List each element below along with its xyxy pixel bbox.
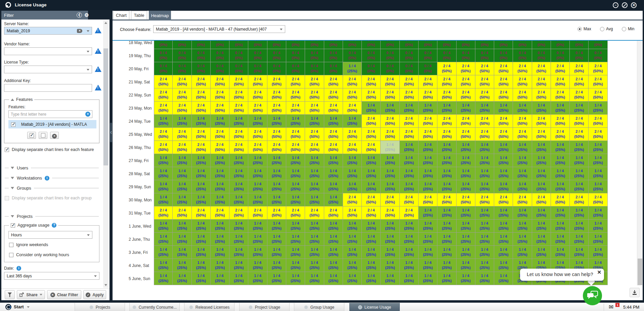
heatmap-cell[interactable]: 1 / 4(25%) bbox=[551, 167, 570, 180]
heatmap-cell[interactable]: 2 / 4(50%) bbox=[419, 75, 437, 88]
heatmap-cell[interactable]: 2 / 4(50%) bbox=[286, 206, 305, 220]
heatmap-cell[interactable]: 1 / 4(25%) bbox=[494, 102, 513, 115]
heatmap-cell[interactable]: 2 / 4(50%) bbox=[457, 193, 475, 206]
heatmap-cell[interactable]: 2 / 4(50%) bbox=[248, 141, 267, 154]
heatmap-cell[interactable]: 1 / 4(25%) bbox=[551, 180, 570, 193]
heatmap-cell[interactable]: 1 / 4(25%) bbox=[381, 246, 399, 259]
heatmap-cell[interactable]: 1 / 4(25%) bbox=[381, 220, 399, 233]
heatmap-cell[interactable]: 1 / 4(25%) bbox=[457, 180, 475, 193]
heatmap-cell[interactable]: 0 / 4(0%) bbox=[248, 62, 267, 75]
heatmap-cell[interactable]: 2 / 4(50%) bbox=[362, 75, 381, 88]
heatmap-cell[interactable]: 2 / 4(50%) bbox=[286, 141, 305, 154]
heatmap-cell[interactable]: 2 / 4(50%) bbox=[192, 75, 211, 88]
heatmap-cell[interactable]: 2 / 4(50%) bbox=[267, 206, 286, 220]
heatmap-cell[interactable]: 1 / 4(25%) bbox=[475, 180, 494, 193]
heatmap-cell[interactable]: 2 / 4(50%) bbox=[343, 141, 362, 154]
tray-mail[interactable]: ✉ 1 bbox=[609, 304, 613, 311]
heatmap-cell[interactable]: 1 / 4(25%) bbox=[154, 115, 173, 128]
heatmap-cell[interactable]: 2 / 4(50%) bbox=[589, 115, 607, 128]
heatmap-cell[interactable]: 1 / 4(25%) bbox=[324, 115, 343, 128]
heatmap-cell[interactable]: 1 / 4(25%) bbox=[532, 102, 551, 115]
heatmap-cell[interactable]: 1 / 4(25%) bbox=[400, 102, 419, 115]
heatmap-cell[interactable]: 1 / 4(25%) bbox=[248, 272, 267, 285]
heatmap-cell[interactable]: 2 / 4(50%) bbox=[570, 62, 589, 75]
heatmap-cell[interactable]: 1 / 4(25%) bbox=[457, 154, 475, 167]
feature-search-input[interactable] bbox=[8, 110, 92, 118]
heatmap-cell[interactable]: 1 / 4(25%) bbox=[173, 115, 191, 128]
heatmap-cell[interactable]: 1 / 4(25%) bbox=[419, 220, 437, 233]
heatmap-cell[interactable]: 1 / 4(25%) bbox=[419, 206, 437, 220]
heatmap-cell[interactable]: 1 / 4(25%) bbox=[173, 272, 191, 285]
heatmap-cell[interactable]: 1 / 4(25%) bbox=[362, 180, 381, 193]
heatmap-cell[interactable]: 1 / 4(25%) bbox=[589, 233, 607, 246]
heatmap-cell[interactable]: 2 / 4(50%) bbox=[362, 141, 381, 154]
heatmap-cell[interactable]: 1 / 4(25%) bbox=[173, 154, 191, 167]
heatmap-cell[interactable]: 1 / 4(25%) bbox=[192, 193, 211, 206]
heatmap-cell[interactable]: 0 / 4(0%) bbox=[437, 41, 456, 49]
taskbar-button-group-usage[interactable]: Group Usage bbox=[294, 303, 344, 311]
heatmap-cell[interactable]: 0 / 4(0%) bbox=[305, 41, 324, 49]
heatmap-cell[interactable]: 1 / 4(25%) bbox=[173, 167, 191, 180]
heatmap-cell[interactable]: 2 / 4(50%) bbox=[551, 193, 570, 206]
heatmap-cell[interactable]: 1 / 4(25%) bbox=[192, 272, 211, 285]
heatmap-cell[interactable]: 2 / 4(50%) bbox=[267, 128, 286, 141]
heatmap-cell[interactable]: 1 / 4(25%) bbox=[248, 154, 267, 167]
heatmap-cell[interactable]: 1 / 4(25%) bbox=[437, 102, 456, 115]
share-button[interactable]: Share bbox=[17, 290, 45, 299]
section-workstations[interactable]: Workstations i bbox=[5, 176, 99, 181]
clear-server-icon[interactable]: ✕ bbox=[77, 29, 82, 33]
heatmap-cell[interactable]: 1 / 4(25%) bbox=[589, 246, 607, 259]
taskbar-button-projects[interactable]: Projects bbox=[75, 303, 125, 311]
heatmap-cell[interactable]: 1 / 4(25%) bbox=[305, 259, 324, 272]
heatmap-cell[interactable]: 1 / 4(25%) bbox=[305, 193, 324, 206]
additional-key-input[interactable] bbox=[4, 84, 92, 92]
apply-button[interactable]: ✓ Apply bbox=[83, 290, 106, 299]
heatmap-cell[interactable]: 0 / 4(0%) bbox=[570, 49, 589, 62]
choose-feature-select[interactable]: Matlab_2019 - [All vendors] - MATLAB - 4… bbox=[153, 25, 285, 33]
heatmap-cell[interactable]: 2 / 4(50%) bbox=[419, 88, 437, 102]
heatmap-cell[interactable]: 2 / 4(50%) bbox=[192, 102, 211, 115]
heatmap-cell[interactable]: 0 / 4(0%) bbox=[173, 41, 191, 49]
heatmap-cell[interactable]: 1 / 4(25%) bbox=[419, 259, 437, 272]
heatmap-cell[interactable]: 1 / 4(25%) bbox=[494, 180, 513, 193]
minimize-button[interactable]: − bbox=[613, 2, 618, 8]
heatmap-cell[interactable]: 1 / 4(25%) bbox=[513, 206, 532, 220]
heatmap-cell[interactable]: 1 / 4(25%) bbox=[551, 246, 570, 259]
heatmap-cell[interactable]: 1 / 4(25%) bbox=[400, 246, 419, 259]
heatmap-cell[interactable]: 1 / 4(25%) bbox=[324, 180, 343, 193]
heatmap-cell[interactable]: 1 / 4(25%) bbox=[343, 167, 362, 180]
heatmap-cell[interactable]: 2 / 4(50%) bbox=[494, 62, 513, 75]
heatmap-cell[interactable]: 0 / 4(0%) bbox=[362, 41, 381, 49]
heatmap-cell[interactable]: 1 / 4(25%) bbox=[532, 167, 551, 180]
heatmap-cell[interactable]: 2 / 4(50%) bbox=[532, 62, 551, 75]
heatmap-cell[interactable]: 1 / 4(25%) bbox=[343, 154, 362, 167]
heatmap-cell[interactable]: 1 / 4(25%) bbox=[248, 246, 267, 259]
heatmap-cell[interactable]: 1 / 4(25%) bbox=[229, 272, 248, 285]
heatmap-cell[interactable]: 0 / 4(0%) bbox=[286, 62, 305, 75]
heatmap-cell[interactable]: 0 / 4(0%) bbox=[437, 49, 456, 62]
heatmap-cell[interactable]: 1 / 4(25%) bbox=[192, 259, 211, 272]
heatmap-cell[interactable]: 2 / 4(50%) bbox=[154, 206, 173, 220]
heatmap-cell[interactable]: 1 / 4(25%) bbox=[494, 259, 513, 272]
radio-max-icon[interactable] bbox=[577, 27, 582, 31]
heatmap-cell[interactable]: 2 / 4(50%) bbox=[343, 128, 362, 141]
heatmap-cell[interactable]: 1 / 4(25%) bbox=[475, 141, 494, 154]
heatmap-cell[interactable]: 1 / 4(25%) bbox=[532, 246, 551, 259]
heatmap-cell[interactable]: 2 / 4(50%) bbox=[192, 88, 211, 102]
radio-max[interactable]: Max bbox=[577, 27, 591, 31]
heatmap-cell[interactable]: 1 / 4(25%) bbox=[437, 246, 456, 259]
heatmap-cell[interactable]: 2 / 4(50%) bbox=[457, 62, 475, 75]
heatmap-cell[interactable]: 2 / 4(50%) bbox=[248, 88, 267, 102]
heatmap-cell[interactable]: 1 / 4(25%) bbox=[267, 259, 286, 272]
heatmap-cell[interactable]: 1 / 4(25%) bbox=[400, 154, 419, 167]
heatmap-cell[interactable]: 2 / 4(50%) bbox=[532, 75, 551, 88]
heatmap-cell[interactable]: 2 / 4(50%) bbox=[192, 128, 211, 141]
heatmap-cell[interactable]: 1 / 4(25%) bbox=[551, 141, 570, 154]
heatmap-cell[interactable]: 2 / 4(50%) bbox=[173, 206, 191, 220]
heatmap-cell[interactable]: 0 / 4(0%) bbox=[589, 41, 607, 49]
heatmap-cell[interactable]: 2 / 4(50%) bbox=[570, 75, 589, 88]
heatmap-cell[interactable]: 1 / 4(25%) bbox=[324, 233, 343, 246]
filter-button[interactable] bbox=[5, 290, 15, 299]
heatmap-cell[interactable]: 1 / 4(25%) bbox=[513, 246, 532, 259]
heatmap-cell[interactable]: 0 / 4(0%) bbox=[362, 49, 381, 62]
